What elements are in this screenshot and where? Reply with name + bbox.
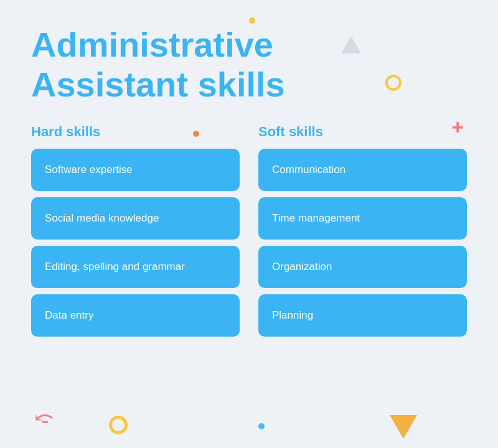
- decorative-squiggle-bottom: ⤼: [34, 403, 54, 431]
- skills-container: Hard skills Software expertise Social me…: [31, 124, 467, 337]
- decorative-dot-blue-bottom: [258, 423, 265, 429]
- hard-skills-cards: Software expertise Social media knowledg…: [31, 149, 240, 337]
- skill-card-planning[interactable]: Planning: [258, 294, 467, 337]
- soft-skills-heading: Soft skills: [258, 124, 467, 140]
- title-line1: Administrative: [31, 25, 273, 64]
- soft-skills-column: Soft skills Communication Time managemen…: [258, 124, 467, 337]
- skill-card-time-management[interactable]: Time management: [258, 197, 467, 240]
- skill-card-communication[interactable]: Communication: [258, 149, 467, 191]
- decorative-circle-yellow-bottom: [109, 416, 128, 434]
- page-title: Administrative Assistant skills: [31, 25, 467, 105]
- skill-card-social-media[interactable]: Social media knowledge: [31, 197, 240, 240]
- skill-card-data-entry[interactable]: Data entry: [31, 294, 240, 337]
- page-container: + Administrative Assistant skills Hard s…: [0, 0, 498, 448]
- hard-skills-column: Hard skills Software expertise Social me…: [31, 124, 240, 337]
- skill-card-software[interactable]: Software expertise: [31, 149, 240, 191]
- skill-card-organization[interactable]: Organization: [258, 246, 467, 288]
- title-line2: Assistant skills: [31, 65, 285, 104]
- hard-skills-heading: Hard skills: [31, 124, 240, 140]
- decorative-triangle-orange-bottom: [390, 415, 417, 439]
- decorative-dot-top: [249, 17, 255, 24]
- skill-card-editing[interactable]: Editing, spelling and grammar: [31, 246, 240, 288]
- soft-skills-cards: Communication Time management Organizati…: [258, 149, 467, 337]
